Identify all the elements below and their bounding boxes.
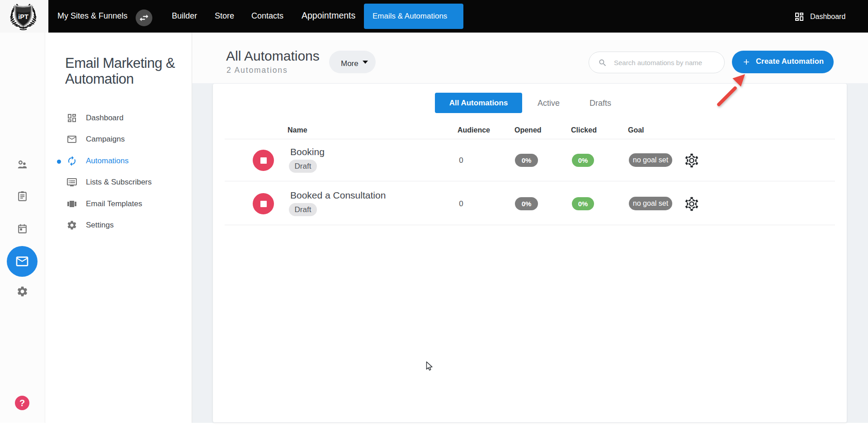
svg-text:iPT: iPT xyxy=(18,13,28,20)
